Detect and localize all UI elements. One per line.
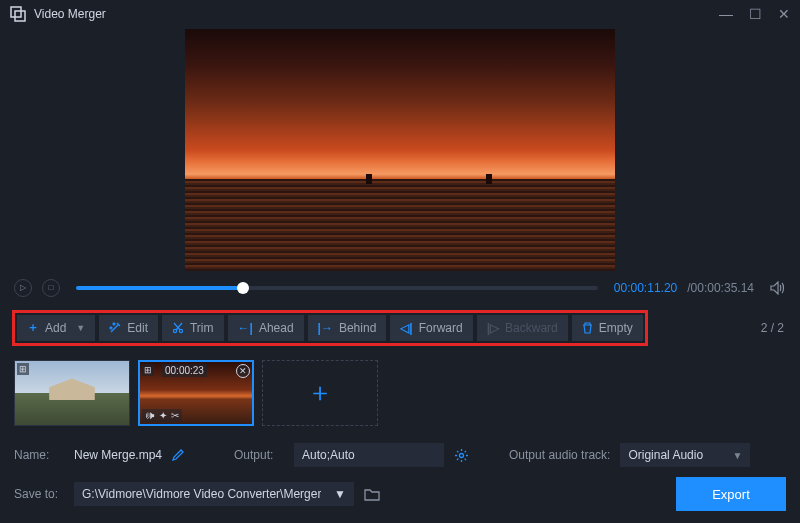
grid-icon: ⊞ [17,363,29,375]
settings-button[interactable] [454,448,469,463]
audio-icon: 🕪 [145,410,155,421]
svg-rect-0 [11,7,21,17]
clip-duration: 00:00:23 [162,364,207,377]
add-clip-button[interactable]: ＋ [262,360,378,426]
svg-rect-1 [15,11,25,21]
clip-item[interactable]: ⊞ 00:00:23 ✕ 🕪 ✦ ✂ [138,360,254,426]
ahead-icon: ←| [238,321,253,335]
save-path-select[interactable]: G:\Vidmore\Vidmore Video Converter\Merge… [74,482,354,506]
preview-frame [185,29,615,271]
wand-icon [109,322,121,334]
stop-button[interactable]: □ [42,279,60,297]
name-label: Name: [14,448,64,462]
audio-track-label: Output audio track: [509,448,610,462]
time-total: /00:00:35.14 [687,281,754,295]
scissors-icon [172,322,184,334]
output-value: Auto;Auto [302,448,355,462]
close-button[interactable]: ✕ [778,6,790,22]
wand-icon: ✦ [159,410,167,421]
time-current: 00:00:11.20 [614,281,677,295]
chevron-down-icon: ▼ [76,323,85,333]
output-label: Output: [234,448,284,462]
play-button[interactable]: ▷ [14,279,32,297]
forward-icon: ◁| [400,321,412,335]
audio-track-select[interactable]: Original Audio ▼ [620,443,750,467]
video-preview [0,28,800,272]
playback-bar: ▷ □ 00:00:11.20/00:00:35.14 [0,272,800,304]
trim-button[interactable]: Trim [162,315,224,341]
edit-button[interactable]: Edit [99,315,158,341]
svg-point-4 [460,453,464,457]
clip-toolbar: ＋Add▼ Edit Trim ←|Ahead |→Behind ◁|Forwa… [12,310,648,346]
grid-icon: ⊞ [142,364,154,376]
save-path-value: G:\Vidmore\Vidmore Video Converter\Merge… [82,487,321,501]
trash-icon [582,322,593,334]
forward-button[interactable]: ◁|Forward [390,315,472,341]
edit-name-button[interactable] [172,449,184,461]
empty-button[interactable]: Empty [572,315,643,341]
behind-button[interactable]: |→Behind [308,315,387,341]
remove-clip-button[interactable]: ✕ [236,364,250,378]
add-button[interactable]: ＋Add▼ [17,315,95,341]
export-button[interactable]: Export [676,477,786,511]
seek-slider[interactable] [76,286,598,290]
open-folder-button[interactable] [364,488,380,501]
volume-icon[interactable] [770,281,786,295]
chevron-down-icon: ▼ [334,487,346,501]
app-title: Video Merger [34,7,106,21]
output-select[interactable]: Auto;Auto [294,443,444,467]
save-to-label: Save to: [14,487,64,501]
backward-icon: |▷ [487,321,499,335]
behind-icon: |→ [318,321,333,335]
chevron-down-icon: ▼ [733,450,743,461]
clip-item[interactable]: ⊞ [14,360,130,426]
app-icon [10,6,26,22]
backward-button[interactable]: |▷Backward [477,315,568,341]
name-value: New Merge.mp4 [74,448,162,462]
ahead-button[interactable]: ←|Ahead [228,315,304,341]
maximize-button[interactable]: ☐ [749,6,762,22]
clip-badges: 🕪 ✦ ✂ [142,409,182,422]
clip-list: ⊞ ⊞ 00:00:23 ✕ 🕪 ✦ ✂ ＋ [0,352,800,435]
clip-counter: 2 / 2 [761,321,788,335]
minimize-button[interactable]: ― [719,6,733,22]
scissors-icon: ✂ [171,410,179,421]
title-bar: Video Merger ― ☐ ✕ [0,0,800,28]
audio-track-value: Original Audio [628,448,703,462]
plus-icon: ＋ [27,319,39,336]
